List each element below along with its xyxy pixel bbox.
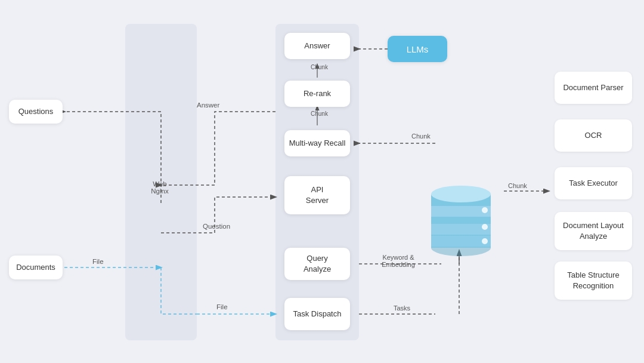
svg-point-5	[431, 186, 491, 202]
doc-layout-box: Document LayoutAnalyze	[555, 212, 632, 250]
table-struct-box: Table StructureRecognition	[555, 262, 632, 300]
database-cylinder	[428, 167, 494, 257]
question-label: Question	[203, 223, 230, 230]
svg-point-8	[482, 238, 488, 244]
multiway-box: Multi-way Recall	[284, 130, 350, 156]
documents-box: Documents	[9, 256, 63, 279]
web-nginx-label: WebNginx	[136, 180, 184, 195]
chunk-label-1: Chunk	[311, 64, 328, 70]
keyword-label: Keyword &Embedding	[369, 254, 428, 268]
chunk-label-db: Chunk	[411, 133, 431, 140]
task-dispatch-box: Task Dispatch	[284, 298, 350, 330]
file-label-1: File	[92, 258, 104, 265]
svg-point-7	[482, 224, 488, 230]
doc-parser-box: Document Parser	[555, 72, 632, 104]
rerank-box: Re-rank	[284, 81, 350, 107]
llms-box: LLMs	[388, 36, 447, 62]
chunk-label-2: Chunk	[311, 110, 328, 117]
api-server-box: APIServer	[284, 176, 350, 214]
svg-rect-3	[431, 224, 491, 235]
tasks-label: Tasks	[394, 304, 410, 312]
ocr-box: OCR	[555, 119, 632, 152]
svg-rect-2	[431, 206, 491, 217]
chunk-label-executor: Chunk	[508, 182, 527, 189]
task-executor-box: Task Executor	[555, 167, 632, 199]
questions-box: Questions	[9, 100, 63, 124]
file-label-2: File	[216, 303, 228, 310]
answer-label-top: Answer	[197, 101, 219, 109]
svg-point-6	[482, 207, 488, 213]
query-analyze-box: QueryAnalyze	[284, 248, 350, 280]
answer-box: Answer	[284, 33, 350, 59]
